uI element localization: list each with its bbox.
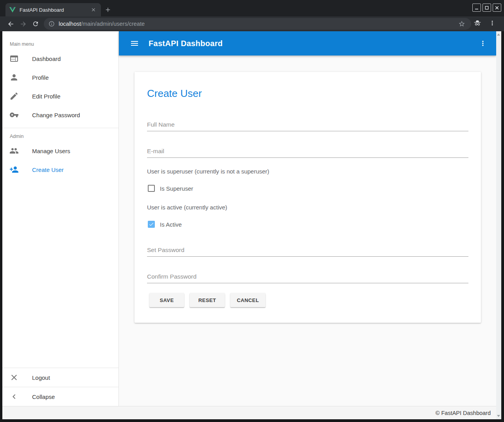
sidebar-item-label: Collapse — [32, 393, 55, 400]
sidebar-item-edit-profile[interactable]: Edit Profile — [2, 87, 118, 106]
key-icon — [9, 110, 19, 120]
scroll-up-arrow-icon[interactable] — [497, 34, 500, 36]
maximize-button[interactable] — [482, 4, 491, 12]
is-active-row[interactable]: Is Active — [148, 220, 182, 229]
sidebar-item-create-user[interactable]: Create User — [2, 160, 118, 179]
reset-button[interactable]: RESET — [190, 293, 225, 307]
incognito-icon — [473, 18, 482, 28]
sidebar-bottom: Logout Collapse — [2, 368, 118, 406]
forward-button[interactable] — [18, 18, 29, 29]
back-button[interactable] — [5, 18, 16, 29]
sidebar-item-label: Dashboard — [32, 55, 61, 62]
browser-toolbar: localhost/main/admin/users/create — [0, 16, 504, 31]
set-password-field-wrapper — [147, 243, 468, 257]
set-password-input[interactable] — [147, 243, 468, 257]
sidebar-item-label: Create User — [32, 166, 64, 173]
chevron-left-icon — [9, 392, 19, 401]
form-buttons: SAVE RESET CANCEL — [149, 293, 265, 307]
page-footer: © FastAPI Dashboard — [2, 406, 496, 419]
sidebar-item-label: Manage Users — [32, 148, 70, 154]
email-input[interactable] — [147, 145, 468, 158]
is-active-checkbox[interactable] — [148, 221, 155, 228]
people-icon — [9, 146, 19, 156]
vue-logo-favicon — [9, 7, 16, 13]
copyright-text: © FastAPI Dashboard — [436, 410, 491, 416]
is-superuser-row[interactable]: Is Superuser — [148, 184, 193, 193]
create-user-card: Create User User is superuser (currently… — [135, 72, 481, 323]
app-title: FastAPI Dashboard — [149, 39, 223, 48]
email-field-wrapper — [147, 145, 468, 158]
sidebar-item-change-password[interactable]: Change Password — [2, 106, 118, 124]
save-button[interactable]: SAVE — [149, 293, 184, 307]
address-bar[interactable]: localhost/main/admin/users/create — [44, 18, 471, 30]
is-superuser-checkbox[interactable] — [148, 185, 155, 192]
close-window-button[interactable] — [493, 4, 501, 12]
sidebar-item-label: Profile — [32, 74, 49, 81]
sidebar-section-main-menu: Main menu — [10, 39, 118, 49]
tab-title: FastAPI Dashboard — [20, 7, 90, 13]
cancel-button[interactable]: CANCEL — [230, 293, 265, 307]
sidebar-section-admin: Admin — [10, 131, 118, 141]
sidebar-item-profile[interactable]: Profile — [2, 68, 118, 87]
active-caption: User is active (currently active) — [147, 204, 227, 211]
dashboard-icon — [9, 54, 19, 63]
sidebar-item-dashboard[interactable]: Dashboard — [2, 49, 118, 68]
sidebar: Main menu Dashboard Profile Edit Profile… — [2, 31, 119, 406]
sidebar-item-label: Change Password — [32, 112, 80, 118]
tab-close-icon[interactable] — [90, 6, 97, 13]
hamburger-menu-icon[interactable] — [129, 38, 140, 49]
site-info-icon[interactable] — [48, 21, 55, 27]
confirm-password-input[interactable] — [147, 270, 468, 283]
browser-tab-strip: FastAPI Dashboard — [0, 0, 504, 16]
app-bar: FastAPI Dashboard — [119, 31, 496, 55]
checkbox-label: Is Active — [160, 221, 182, 228]
scroll-down-arrow-icon[interactable] — [497, 415, 500, 417]
person-add-icon — [9, 165, 19, 174]
full-name-field-wrapper — [147, 118, 468, 131]
confirm-password-field-wrapper — [147, 270, 468, 283]
sidebar-item-label: Logout — [32, 374, 50, 381]
browser-menu-icon[interactable] — [488, 18, 497, 28]
sidebar-divider — [2, 128, 118, 128]
sidebar-item-logout[interactable]: Logout — [2, 368, 118, 387]
sidebar-item-collapse[interactable]: Collapse — [2, 387, 118, 406]
person-icon — [9, 73, 19, 82]
checkbox-label: Is Superuser — [160, 185, 193, 192]
bookmark-star-icon[interactable] — [457, 19, 466, 29]
new-tab-button[interactable] — [102, 4, 113, 15]
sidebar-item-label: Edit Profile — [32, 93, 61, 100]
vertical-scrollbar[interactable] — [496, 31, 501, 419]
close-x-icon — [9, 373, 19, 382]
window-controls — [472, 4, 501, 12]
pencil-icon — [9, 91, 19, 101]
sidebar-item-manage-users[interactable]: Manage Users — [2, 141, 118, 160]
full-name-input[interactable] — [147, 118, 468, 131]
page-viewport: Main menu Dashboard Profile Edit Profile… — [2, 31, 501, 419]
browser-tab[interactable]: FastAPI Dashboard — [5, 3, 101, 16]
superuser-caption: User is superuser (currently is not a su… — [147, 168, 269, 175]
page-title: Create User — [147, 88, 202, 100]
app-menu-kebab-icon[interactable] — [477, 38, 488, 49]
minimize-button[interactable] — [472, 4, 481, 12]
reload-button[interactable] — [30, 18, 41, 29]
url-text: localhost/main/admin/users/create — [59, 21, 145, 27]
